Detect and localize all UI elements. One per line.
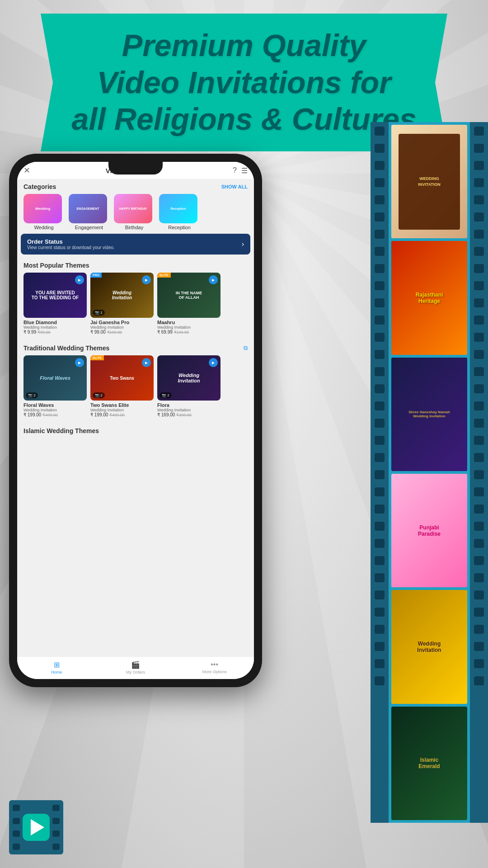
popular-label: Most Popular Themes (23, 262, 89, 269)
film-hole (474, 178, 484, 187)
popular-section: Most Popular Themes YOU ARE INVITEDTO TH… (17, 258, 254, 338)
film-hole (474, 316, 484, 325)
theme-flora[interactable]: WeddingInvitation ▶ 📷 2 Flora Wedding In… (157, 355, 221, 417)
film-hole (375, 659, 385, 668)
photo-count-2: 📷 2 (26, 392, 38, 398)
film-hole (375, 453, 385, 462)
nav-home[interactable]: ⊞ Home (17, 660, 96, 675)
film-hole (375, 212, 385, 222)
photo-count-4: 📷 2 (160, 392, 172, 398)
phone-mockup: ✕ VideoInvites.net ? ☰ Categories SHOW A… (9, 154, 271, 696)
film-hole (375, 436, 385, 445)
film-hole (375, 161, 385, 170)
order-status-title: Order Status (27, 238, 115, 245)
film-hole-sm (52, 830, 60, 837)
cat-birthday[interactable]: HAPPY BIRTHDAY Birthday (114, 194, 155, 230)
order-status-text: Order Status View current status or down… (27, 238, 115, 250)
cat-engagement-img: ENGAGEMENT (69, 194, 107, 223)
film-hole (375, 642, 385, 651)
film-hole (375, 401, 385, 410)
play-button[interactable]: ▶ (209, 275, 218, 284)
play-button[interactable]: ▶ (142, 275, 151, 284)
film-hole-sm (13, 805, 20, 811)
film-hole (474, 453, 484, 462)
film-hole (474, 556, 484, 565)
show-all-button[interactable]: SHOW ALL (221, 184, 248, 189)
expand-icon[interactable]: ⧉ (244, 344, 248, 352)
traditional-label: Traditional Wedding Themes (23, 344, 109, 352)
cat-wedding-label: Wedding (23, 225, 64, 230)
film-card-wedding-south[interactable]: WeddingInvitation (391, 590, 467, 703)
bottom-nav: ⊞ Home 🎬 My Orders ••• More Options (17, 656, 254, 679)
home-icon: ⊞ (17, 660, 96, 669)
film-hole (474, 642, 484, 651)
theme-two-swans[interactable]: Two Swans ▶ ELITE 📷 2 Two Swans Elite We… (90, 355, 154, 417)
theme-maahru[interactable]: IN THE NAMEOF ALLAH ▶ ELITE Maahru Weddi… (157, 273, 221, 335)
film-hole (474, 350, 484, 359)
blue-diamond-type: Wedding Invitation (23, 325, 87, 330)
floral-thumb: Floral Waves ▶ 📷 2 (23, 355, 87, 401)
film-hole (474, 127, 484, 136)
play-button[interactable]: ▶ (142, 358, 151, 367)
film-hole (474, 608, 484, 617)
film-hole (375, 281, 385, 290)
nav-more-options[interactable]: ••• More Options (175, 660, 254, 675)
help-icon[interactable]: ? (233, 166, 237, 175)
film-hole (474, 144, 484, 153)
order-status-bar[interactable]: Order Status View current status or down… (21, 234, 250, 255)
film-hole (474, 247, 484, 256)
film-hole (375, 556, 385, 565)
blue-diamond-name: Blue Diamond (23, 320, 87, 325)
cat-engagement[interactable]: ENGAGEMENT Engagement (69, 194, 109, 230)
cat-wedding-img: Wedding (23, 194, 62, 223)
blue-diamond-price: ₹ 9.99 ₹99.00 (23, 330, 87, 335)
film-hole (375, 470, 385, 479)
traditional-header: Traditional Wedding Themes ⧉ (17, 341, 254, 354)
film-hole (474, 659, 484, 668)
play-button[interactable]: ▶ (209, 358, 218, 367)
film-hole-sm (52, 844, 60, 850)
film-card-rajasthani[interactable]: RajasthaniHeritage (391, 241, 467, 354)
film-hole-sm (52, 805, 60, 811)
app-logo[interactable] (23, 814, 50, 841)
film-hole-sm (13, 830, 20, 837)
orders-icon: 🎬 (96, 660, 175, 669)
nav-my-orders[interactable]: 🎬 My Orders (96, 660, 175, 675)
play-button[interactable]: ▶ (75, 358, 84, 367)
film-hole (375, 522, 385, 531)
orders-label: My Orders (126, 670, 145, 675)
film-hole (375, 419, 385, 428)
film-hole (375, 487, 385, 496)
categories-header: Categories SHOW ALL (17, 179, 254, 192)
popular-cards: YOU ARE INVITEDTO THE WEDDING OF ▶ Blue … (17, 271, 254, 338)
theme-blue-diamond[interactable]: YOU ARE INVITEDTO THE WEDDING OF ▶ Blue … (23, 273, 87, 335)
film-hole (474, 573, 484, 582)
film-hole (375, 178, 385, 187)
order-status-subtitle: View current status or download your vid… (27, 245, 115, 250)
maahru-price: ₹ 69.99 ₹199.00 (157, 330, 221, 335)
theme-jai-ganesha[interactable]: WeddingInvitation ▶ PRO 📷 1 Jai Ganesha … (90, 273, 154, 335)
phone-notch (108, 162, 163, 175)
film-hole (375, 676, 385, 685)
close-icon[interactable]: ✕ (23, 165, 30, 175)
jai-ganesha-price: ₹ 99.00 ₹199.00 (90, 330, 154, 335)
play-button[interactable]: ▶ (75, 275, 84, 284)
film-card-ganesha[interactable]: Shree Ganeshay NamahWedding Invitation (391, 358, 467, 471)
film-card-wedding[interactable]: WEDDINGINVITATION (391, 125, 467, 238)
flora-name: Flora (157, 402, 221, 408)
film-hole (375, 505, 385, 514)
film-hole (474, 161, 484, 170)
flora-thumb: WeddingInvitation ▶ 📷 2 (157, 355, 221, 401)
cat-wedding[interactable]: Wedding Wedding (23, 194, 64, 230)
filmstrip-bottom-logo (9, 800, 63, 854)
cat-reception[interactable]: Reception Reception (159, 194, 200, 230)
film-perforations-left (371, 122, 389, 823)
photo-count-3: 📷 2 (93, 392, 105, 398)
film-card-islamic[interactable]: IslamicEmerald (391, 707, 467, 820)
film-card-punjabi[interactable]: PunjabiParadise (391, 474, 467, 587)
pro-badge: PRO (90, 273, 102, 278)
theme-floral-waves[interactable]: Floral Waves ▶ 📷 2 Floral Waves Wedding … (23, 355, 87, 417)
blue-diamond-thumb: YOU ARE INVITEDTO THE WEDDING OF ▶ (23, 273, 87, 318)
menu-icon[interactable]: ☰ (241, 166, 248, 175)
floral-type: Wedding Invitation (23, 408, 87, 412)
